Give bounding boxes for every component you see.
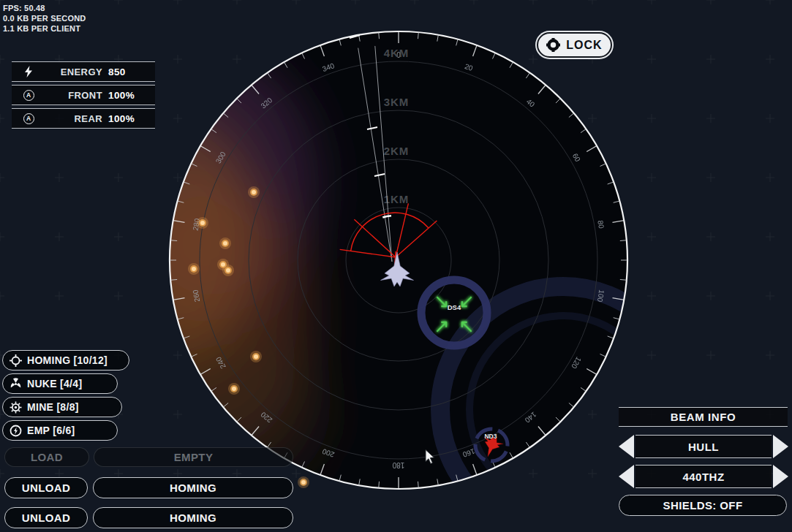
lock-button[interactable]: LOCK	[537, 32, 612, 58]
grid-plus-mark	[766, 0, 774, 4]
weapon-nuke-button[interactable]: NUKE [4/4]	[2, 373, 118, 394]
game-screen: 0204060801001201401601802002202402602803…	[0, 0, 792, 532]
grid-plus-mark	[114, 173, 123, 182]
grid-plus-mark	[173, 351, 182, 360]
grid-plus-mark	[173, 173, 182, 182]
grid-plus-mark	[55, 232, 64, 241]
unload-button-1[interactable]: UNLOAD	[4, 477, 88, 498]
fps-counter: FPS: 50.48	[3, 3, 86, 13]
grid-plus-mark	[766, 173, 774, 182]
grid-plus-mark	[647, 0, 656, 4]
emp-icon	[10, 425, 22, 437]
grid-plus-mark	[173, 114, 182, 123]
radar-contact	[188, 263, 200, 275]
grid-plus-mark	[55, 173, 64, 182]
grid-plus-mark	[114, 0, 123, 4]
beam-frequency-selector: 440THZ	[619, 465, 788, 488]
grid-plus-mark	[469, 0, 478, 4]
energy-status-bar: ENERGY 850	[12, 61, 155, 82]
svg-text:↖: ↖	[459, 315, 475, 337]
weapon-homing-button[interactable]: HOMING [10/12]	[2, 350, 129, 370]
network-stats: FPS: 50.48 0.0 KB PER SECOND 1.1 KB PER …	[3, 3, 86, 34]
grid-plus-mark	[0, 232, 4, 241]
grid-plus-mark	[0, 55, 4, 64]
weapon-emp-button[interactable]: EMP [6/6]	[2, 420, 118, 441]
grid-plus-mark	[588, 469, 597, 478]
grid-plus-mark	[706, 173, 715, 182]
grid-plus-mark	[55, 292, 64, 300]
shield-rear-icon: A	[18, 113, 39, 124]
weapon-label: MINE [8/8]	[27, 401, 79, 413]
energy-icon	[18, 66, 39, 77]
grid-plus-mark	[529, 0, 538, 4]
compass-degree-label: 180	[392, 461, 404, 469]
grid-plus-mark	[706, 292, 715, 300]
grid-plus-mark	[588, 114, 597, 123]
prev-target-arrow-button[interactable]	[619, 435, 634, 458]
range-ring-label: 3KM	[384, 96, 410, 108]
grid-plus-mark	[766, 232, 774, 241]
hostile-label: ND3	[484, 433, 497, 440]
grid-plus-mark	[706, 55, 715, 64]
target-label: DS4	[448, 303, 461, 311]
stat-value: 100%	[108, 113, 155, 124]
weapon-mine-button[interactable]: MINE [8/8]	[2, 397, 122, 417]
rear-shield-status-bar: A REAR 100%	[12, 108, 155, 129]
shields-toggle-button[interactable]: SHIELDS: OFF	[619, 495, 787, 516]
grid-plus-mark	[173, 0, 182, 4]
nuke-icon	[10, 378, 22, 390]
stat-value: 100%	[108, 90, 155, 101]
stat-label: REAR	[39, 113, 102, 124]
tube-2-loaded-button[interactable]: HOMING	[93, 507, 293, 528]
grid-plus-mark	[647, 292, 656, 300]
grid-plus-mark	[647, 55, 656, 64]
unload-button-2[interactable]: UNLOAD	[4, 507, 88, 528]
grid-plus-mark	[588, 0, 597, 4]
grid-plus-mark	[351, 0, 360, 4]
stat-value: 850	[108, 66, 155, 77]
grid-plus-mark	[529, 55, 538, 64]
radar-contact	[298, 476, 309, 488]
grid-plus-mark	[647, 114, 656, 123]
grid-plus-mark	[410, 0, 419, 4]
grid-plus-mark	[588, 410, 597, 419]
svg-text:↙: ↙	[459, 290, 475, 312]
grid-plus-mark	[647, 232, 656, 241]
homing-missile-icon	[10, 354, 22, 367]
load-button[interactable]: LOAD	[4, 447, 89, 467]
next-frequency-arrow-button[interactable]	[773, 465, 788, 488]
front-shield-status-bar: A FRONT 100%	[12, 85, 155, 105]
grid-plus-mark	[0, 173, 4, 182]
grid-plus-mark	[766, 292, 774, 300]
grid-plus-mark	[114, 292, 123, 300]
prev-frequency-arrow-button[interactable]	[619, 465, 634, 488]
range-ring-label: 2KM	[384, 145, 410, 157]
stat-label: ENERGY	[39, 66, 102, 77]
grid-plus-mark	[292, 469, 301, 478]
grid-plus-mark	[529, 469, 538, 478]
tube-1-loaded-button[interactable]: HOMING	[93, 477, 293, 498]
beam-frequency-value: 440THZ	[636, 465, 772, 488]
mine-icon	[10, 401, 22, 414]
radar-contact	[248, 186, 260, 198]
weapon-label: EMP [6/6]	[27, 425, 75, 436]
radar-contact	[219, 238, 231, 249]
lock-button-label: LOCK	[566, 39, 602, 52]
range-ring-label: 4KM	[384, 47, 410, 59]
grid-plus-mark	[766, 351, 774, 360]
grid-plus-mark	[173, 55, 182, 64]
empty-button[interactable]: EMPTY	[94, 447, 293, 467]
grid-plus-mark	[706, 232, 715, 241]
grid-plus-mark	[766, 55, 774, 64]
radar-contact	[250, 351, 262, 362]
svg-text:↗: ↗	[434, 315, 450, 337]
bandwidth-per-client: 1.1 KB PER CLIENT	[3, 23, 86, 34]
next-target-arrow-button[interactable]	[773, 435, 788, 458]
grid-plus-mark	[114, 232, 123, 241]
weapon-label: NUKE [4/4]	[27, 378, 82, 390]
beam-info-header: BEAM INFO	[619, 407, 788, 427]
beam-target-value: HULL	[636, 435, 772, 458]
grid-plus-mark	[706, 351, 715, 360]
grid-plus-mark	[0, 469, 4, 478]
grid-plus-mark	[292, 0, 301, 4]
